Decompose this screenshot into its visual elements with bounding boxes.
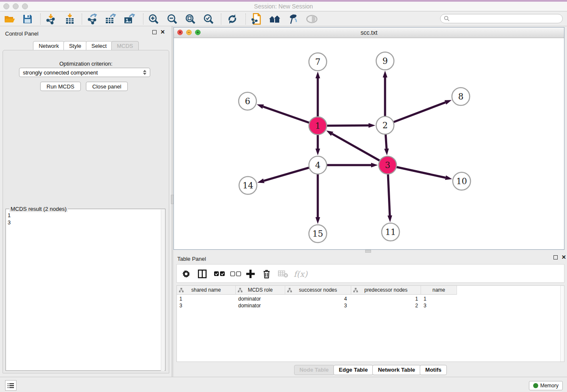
close-panel-button[interactable]: Close panel — [86, 82, 128, 91]
control-panel: Control Panel ✕ NetworkStyleSelectMCDS O… — [0, 26, 172, 377]
select-all-checkboxes-icon[interactable] — [214, 268, 225, 280]
column-label: name — [432, 287, 445, 293]
home-icon[interactable] — [268, 13, 281, 25]
graph-edge-arrowhead — [369, 123, 375, 128]
import-network-icon[interactable] — [44, 13, 57, 25]
column-header[interactable]: predecessor nodes — [351, 286, 421, 295]
refresh-icon[interactable] — [226, 13, 239, 25]
export-table-icon[interactable] — [104, 13, 117, 25]
export-network-icon[interactable] — [86, 13, 99, 25]
table-column-headers: shared name MCDS role successor nodes pr… — [177, 286, 457, 295]
graph-node-label: 2 — [383, 120, 388, 130]
window-title: Session: New Session — [0, 3, 567, 10]
graph-edge-arrowhead — [257, 105, 264, 109]
memory-status-icon — [533, 383, 538, 388]
cell-predecessor-nodes: 1 — [412, 296, 418, 302]
network-canvas[interactable]: 7968124314101511 — [174, 38, 564, 249]
graph-edge-arrowhead — [316, 217, 320, 224]
close-panel-icon[interactable]: ✕ — [160, 30, 165, 34]
cell-successor-nodes: 3 — [341, 303, 347, 309]
graph-node-label: 6 — [245, 96, 250, 106]
graph-node-label: 7 — [315, 57, 321, 67]
import-table-icon[interactable] — [63, 13, 76, 25]
zoom-in-icon[interactable] — [147, 13, 160, 25]
table-toolbar: f(x) — [176, 264, 564, 283]
memory-label: Memory — [540, 383, 559, 389]
list-icon — [8, 383, 14, 389]
mcds-result-scrollbar[interactable] — [161, 210, 165, 371]
horizontal-splitter[interactable] — [174, 250, 567, 253]
tab-node-table[interactable]: Node Table — [294, 365, 334, 375]
network-window-title: scc.txt — [174, 29, 564, 36]
toolbar-separator — [82, 14, 82, 25]
open-folder-icon[interactable] — [3, 13, 16, 25]
network-window-titlebar[interactable]: ✕ − + scc.txt — [174, 28, 564, 38]
task-history-button[interactable] — [5, 380, 17, 391]
toolbar-separator — [221, 14, 221, 25]
table-scrollbar[interactable] — [560, 286, 564, 362]
graph-node-label: 8 — [458, 91, 464, 102]
toolbar-separator — [143, 14, 143, 25]
hierarchy-icon — [353, 288, 358, 293]
run-mcds-button[interactable]: Run MCDS — [40, 82, 81, 91]
column-header[interactable]: name — [421, 286, 457, 295]
deselect-all-checkboxes-icon[interactable] — [230, 268, 241, 280]
add-column-icon[interactable] — [246, 268, 255, 280]
fx-label: f(x) — [294, 269, 308, 279]
graph-edge-arrowhead — [445, 175, 452, 180]
criterion-select[interactable]: strongly connected component — [19, 68, 150, 77]
graph-node-label: 14 — [242, 180, 253, 190]
graph-edge[interactable] — [332, 134, 388, 165]
column-header[interactable]: successor nodes — [285, 286, 351, 295]
graph-node-label: 11 — [385, 227, 396, 237]
graph-edge[interactable] — [385, 102, 446, 125]
graph-node-label: 3 — [385, 160, 391, 170]
mcds-result-title: MCDS result (2 nodes) — [9, 206, 68, 212]
hide-panel-icon[interactable] — [286, 13, 299, 25]
control-panel-buttons: ✕ — [152, 30, 165, 34]
tab-edge-table[interactable]: Edge Table — [333, 365, 373, 375]
hierarchy-icon — [287, 288, 292, 293]
graph-edge-arrowhead — [383, 71, 388, 77]
search-input[interactable] — [440, 14, 563, 23]
graph-edge-arrowhead — [445, 100, 452, 105]
graph-edge-arrowhead — [388, 215, 392, 222]
main-toolbar — [0, 12, 567, 26]
splitter-grip[interactable] — [365, 250, 371, 253]
hierarchy-icon — [179, 288, 184, 293]
network-window: ✕ − + scc.txt 7968124314101511 — [173, 27, 564, 250]
float-panel-icon[interactable] — [152, 30, 157, 34]
memory-button[interactable]: Memory — [529, 381, 563, 390]
table-panel-buttons: ✕ — [553, 255, 566, 259]
table-row[interactable]: 3 dominator 3 2 3 — [177, 302, 564, 309]
zoom-selected-icon[interactable] — [202, 13, 215, 25]
table-panel: Table Panel ✕ f(x) shared nam — [174, 253, 567, 377]
float-panel-icon[interactable] — [553, 255, 558, 259]
graph-edge-arrowhead — [316, 149, 320, 155]
tab-motifs[interactable]: Motifs — [420, 365, 447, 375]
graph-edge-arrowhead — [384, 149, 389, 155]
table-panel-title: Table Panel — [177, 256, 206, 262]
criterion-value: strongly connected component — [23, 69, 98, 76]
zoom-out-icon[interactable] — [166, 13, 179, 25]
network-graph[interactable]: 7968124314101511 — [174, 38, 564, 249]
column-header[interactable]: MCDS role — [236, 286, 285, 295]
cell-mcds-role: dominator — [238, 296, 261, 302]
zoom-fit-icon[interactable] — [184, 13, 197, 25]
save-icon[interactable] — [21, 13, 34, 25]
split-columns-icon[interactable] — [198, 268, 207, 280]
cell-shared-name: 1 — [179, 296, 182, 302]
graph-node-label: 10 — [456, 176, 467, 186]
column-header[interactable]: shared name — [177, 286, 236, 295]
table-row[interactable]: 1 dominator 4 1 1 — [177, 295, 564, 302]
toolbar-separator — [245, 14, 246, 25]
network-document-icon[interactable] — [250, 13, 263, 25]
gear-icon[interactable] — [182, 268, 190, 280]
export-image-icon[interactable] — [123, 13, 135, 25]
mcds-result-text[interactable]: 1 3 — [8, 212, 11, 226]
tab-network-table[interactable]: Network Table — [372, 365, 421, 375]
close-panel-icon[interactable]: ✕ — [561, 255, 566, 259]
mcds-panel-body: Optimization criterion: strongly connect… — [3, 50, 169, 373]
delete-icon[interactable] — [262, 268, 271, 280]
select-stepper-icon — [143, 70, 146, 75]
